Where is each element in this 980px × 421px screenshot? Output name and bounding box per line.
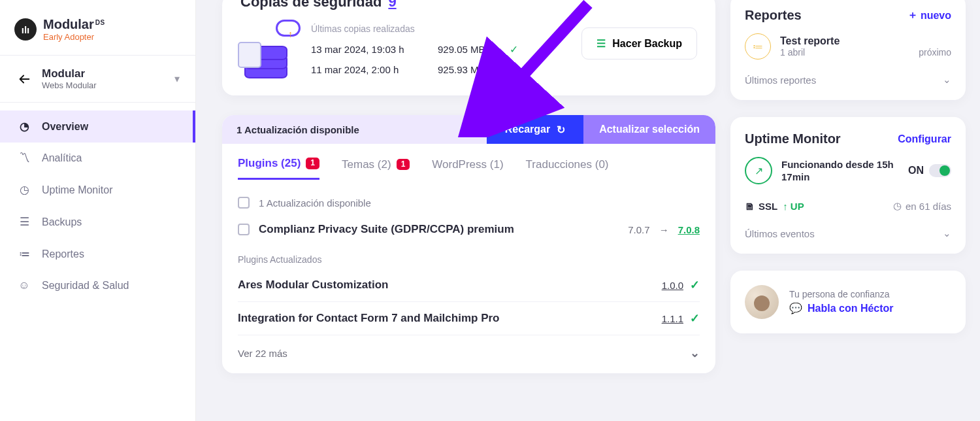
brand-text: ModularDS Early Adopter [43, 17, 105, 42]
plugin-name: Ares Modular Customization [238, 278, 662, 292]
backups-count-link[interactable]: 9 [388, 0, 396, 10]
check-icon: ✓ [510, 43, 518, 56]
uptime-on-label: ON [908, 165, 924, 177]
update-selection-label: Actualizar selección [599, 124, 700, 135]
database-icon: ☰ [17, 215, 31, 229]
tab-plugins-label: Plugins (25) [238, 157, 301, 170]
plugin-checkbox[interactable] [238, 224, 250, 235]
new-report-button[interactable]: ＋ nuevo [907, 8, 951, 22]
uptime-events-label: Últimos eventos [745, 228, 815, 239]
sidebar-item-uptime[interactable]: ◷ Uptime Monitor [0, 174, 195, 206]
see-more-row[interactable]: Ver 22 más ⌄ [238, 335, 700, 360]
uptime-panel: Uptime Monitor Configurar ↗ Funcionando … [730, 117, 966, 254]
document-icon: 🗎 [745, 201, 755, 212]
tab-themes-label: Temas (2) [342, 158, 391, 171]
brand-ds: DS [95, 19, 105, 26]
uptime-status: ↗ Funcionando desde 15h 17min ON [745, 157, 951, 184]
sidebar-item-analytics[interactable]: 〽 Analítica [0, 143, 195, 174]
tab-wordpress[interactable]: WordPress (1) [432, 157, 503, 180]
back-arrow-icon[interactable] [16, 71, 33, 88]
context-switcher[interactable]: Modular Webs Modular ▾ [0, 55, 195, 103]
pie-icon: ◔ [17, 120, 31, 133]
chevron-down-icon: ⌄ [943, 74, 951, 86]
context-titles: Modular Webs Modular [42, 67, 165, 90]
plugin-new-version[interactable]: 7.0.8 [678, 224, 700, 235]
tab-wordpress-label: WordPress (1) [432, 158, 503, 171]
main-content: Copias de seguridad 9 🗓 Última copia 13 … [222, 0, 715, 373]
toggle-icon [929, 164, 951, 177]
plugin-current-version: 7.0.7 [628, 224, 649, 235]
uptime-events-expander[interactable]: Últimos eventos ⌄ [745, 221, 951, 239]
check-icon: ✓ [510, 63, 518, 76]
backup-row: 13 mar 2024, 19:03 h 929.05 MB ✓ [311, 39, 567, 59]
update-selection-button[interactable]: Actualizar selección [583, 115, 715, 144]
list-bullet-icon: ≔ [745, 33, 771, 59]
plugin-name: Integration for Contact Form 7 and Mailc… [238, 312, 662, 325]
plugin-version: 1.1.1 [662, 313, 683, 324]
pending-header-label: 1 Actualización disponible [259, 197, 371, 209]
uptime-configure-link[interactable]: Configurar [898, 133, 951, 145]
report-item[interactable]: ≔ Test reporte 1 abril próximo [745, 33, 951, 59]
reports-expander-label: Últimos reportes [745, 75, 816, 86]
updated-plugins-header: Plugins Actualizados [238, 254, 700, 265]
brand: ılı ModularDS Early Adopter [0, 0, 195, 50]
arrow-up-icon: ↑ [783, 201, 788, 212]
sidebar-item-backups[interactable]: ☰ Backups [0, 206, 195, 238]
plugin-name: Complianz Privacy Suite (GDPR/CCPA) prem… [259, 223, 619, 236]
check-icon: ✓ [690, 278, 700, 292]
clock-icon: ◷ [893, 200, 902, 212]
pending-header: 1 Actualización disponible [238, 192, 700, 214]
sidebar: ılı ModularDS Early Adopter Modular Webs… [0, 0, 196, 421]
support-cta-link[interactable]: 💬 Habla con Héctor [789, 301, 894, 316]
sidebar-item-overview[interactable]: ◔ Overview [0, 110, 195, 143]
report-texts: Test reporte 1 abril próximo [780, 35, 951, 58]
backups-title: Copias de seguridad [240, 0, 382, 10]
list-icon: ≔ [17, 247, 31, 261]
backups-body: ↑ Últimas copias realizadas 13 mar 2024,… [240, 24, 697, 80]
select-all-checkbox[interactable] [238, 197, 250, 209]
ssl-up-label: UP [791, 201, 804, 212]
backup-size: 929.05 MB [438, 44, 494, 55]
updated-plugin-row: Integration for Contact Form 7 and Mailc… [238, 302, 700, 335]
uptime-toggle[interactable]: ON [908, 164, 951, 177]
backup-illustration-icon: ↑ [240, 24, 297, 80]
reload-button[interactable]: Recargar ↻ [487, 115, 583, 144]
tab-translations[interactable]: Traducciones (0) [526, 157, 609, 180]
ssl-row: 🗎 SSL ↑ UP ◷ en 61 días [745, 196, 951, 212]
nav-label: Reportes [42, 248, 84, 260]
report-status: próximo [919, 47, 951, 58]
nav-label: Overview [42, 121, 88, 133]
backup-row: 11 mar 2024, 2:00 h 925.93 MB ✓ [311, 59, 567, 80]
backup-when: 11 mar 2024, 2:00 h [311, 64, 422, 75]
tab-themes-badge: 1 [397, 159, 410, 170]
pending-plugin-row: Complianz Privacy Suite (GDPR/CCPA) prem… [238, 214, 700, 245]
updates-bar: 1 Actualización disponible Recargar ↻ Ac… [222, 115, 715, 144]
plus-icon: ＋ [907, 8, 918, 22]
make-backup-label: Hacer Backup [612, 38, 682, 50]
tab-plugins[interactable]: Plugins (25) 1 [238, 157, 319, 180]
reload-label: Recargar [505, 124, 550, 135]
arrow-right-icon: → [659, 224, 669, 235]
context-title: Modular [42, 67, 165, 80]
chevron-down-icon[interactable]: ▾ [174, 73, 180, 85]
tab-themes[interactable]: Temas (2) 1 [342, 157, 410, 180]
nav-label: Analítica [42, 152, 82, 164]
smile-icon: ☺ [17, 279, 31, 292]
clock-icon: ◷ [17, 183, 31, 197]
reports-expander[interactable]: Últimos reportes ⌄ [745, 67, 951, 86]
backups-list: Últimas copias realizadas 13 mar 2024, 1… [311, 24, 567, 80]
backup-size: 925.93 MB [438, 64, 494, 75]
nav-label: Uptime Monitor [42, 184, 112, 196]
report-date: 1 abril [780, 47, 805, 58]
make-backup-button[interactable]: ☰ Hacer Backup [581, 27, 697, 59]
see-more-label: Ver 22 más [238, 348, 287, 359]
updated-plugin-row: Ares Modular Customization 1.0.0 ✓ [238, 269, 700, 302]
nav-label: Backups [42, 216, 82, 228]
database-icon: ☰ [596, 37, 606, 50]
sidebar-item-security[interactable]: ☺ Seguridad & Salud [0, 270, 195, 301]
report-title: Test reporte [780, 35, 951, 47]
sidebar-item-reports[interactable]: ≔ Reportes [0, 238, 195, 270]
chevron-down-icon: ⌄ [943, 227, 951, 239]
chevron-down-icon: ⌄ [690, 346, 700, 360]
ssl-days: en 61 días [906, 201, 951, 212]
